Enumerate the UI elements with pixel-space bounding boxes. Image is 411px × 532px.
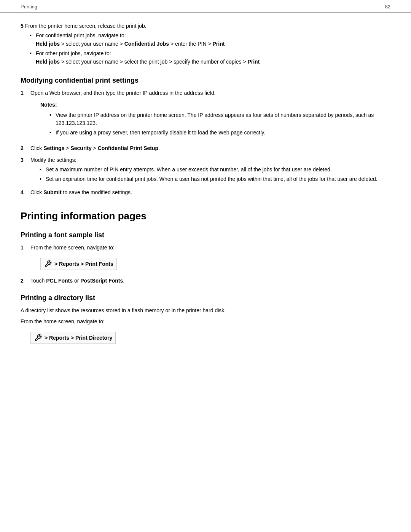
font-icon-path-bold: Reports > Print Fonts bbox=[59, 261, 113, 267]
note-2-text: If you are using a proxy server, then te… bbox=[56, 129, 265, 136]
modifying-bullet-1: Set a maximum number of PIN entry attemp… bbox=[40, 166, 390, 174]
font-step-2: 2 Touch PCL Fonts or PostScript Fonts. bbox=[21, 277, 390, 285]
wrench-svg bbox=[44, 260, 52, 268]
modifying-step-3-text: Modify the settings: bbox=[30, 157, 76, 163]
step-5: 5 From the printer home screen, release … bbox=[21, 22, 390, 66]
font-sample-heading: Printing a font sample list bbox=[21, 231, 390, 239]
step-5-bullet-2: For other print jobs, navigate to: Held … bbox=[30, 50, 390, 66]
step-5-number: 5 bbox=[21, 23, 24, 29]
directory-icon-box-wrapper: > Reports > Print Directory bbox=[21, 329, 390, 347]
page-content: 5 From the printer home screen, release … bbox=[0, 22, 411, 347]
note-1: View the printer IP address on the print… bbox=[49, 111, 390, 127]
step-5-bullet-1-path: Held jobs > select your user name > Conf… bbox=[36, 40, 390, 48]
page: Printing 82 5 From the printer home scre… bbox=[0, 0, 411, 532]
step-5-bullet-2-text: For other print jobs, navigate to: bbox=[36, 50, 111, 56]
step-5-bullet-2-path: Held jobs > select your user name > sele… bbox=[36, 58, 390, 66]
font-icon-path-text: > Reports > Print Fonts bbox=[54, 260, 113, 268]
font-icon-box: > Reports > Print Fonts bbox=[40, 258, 117, 270]
modifying-bullet-2: Set an expiration time for confidential … bbox=[40, 175, 390, 183]
wrench-icon-2 bbox=[34, 334, 42, 342]
step-5-bullets: For confidential print jobs, navigate to… bbox=[21, 32, 390, 66]
directory-desc: A directory list shows the resources sto… bbox=[21, 307, 390, 315]
modifying-section-heading: Modifying confidential print settings bbox=[21, 77, 390, 85]
header-page-number: 82 bbox=[385, 4, 390, 10]
font-sample-steps: 1 From the home screen, navigate to: > R… bbox=[21, 244, 390, 285]
notes-label: Notes: bbox=[40, 101, 390, 109]
font-step-1-number: 1 bbox=[21, 244, 28, 273]
modifying-step-4: 4 Click Submit to save the modified sett… bbox=[21, 189, 390, 197]
note-2: If you are using a proxy server, then te… bbox=[49, 129, 390, 137]
page-header: Printing 82 bbox=[0, 0, 411, 13]
font-step-1-text: From the home screen, navigate to: bbox=[30, 244, 115, 251]
modifying-step-2: 2 Click Settings > Security > Confidenti… bbox=[21, 144, 390, 152]
modifying-step-3-number: 3 bbox=[21, 156, 28, 185]
modifying-step-2-text: Click Settings > Security > Confidential… bbox=[30, 145, 160, 151]
modifying-step-2-number: 2 bbox=[21, 144, 28, 152]
modifying-step-1-number: 1 bbox=[21, 89, 28, 141]
held-jobs-text-2: Held jobs > select your user name > sele… bbox=[36, 59, 260, 65]
font-step-1-content: From the home screen, navigate to: > Rep… bbox=[30, 244, 390, 273]
modifying-bullet-1-text: Set a maximum number of PIN entry attemp… bbox=[46, 166, 332, 173]
modifying-step-3-bullets: Set a maximum number of PIN entry attemp… bbox=[30, 166, 390, 183]
modifying-step-1: 1 Open a Web browser, and then type the … bbox=[21, 89, 390, 141]
font-step-2-text: Touch PCL Fonts or PostScript Fonts. bbox=[30, 278, 124, 284]
modifying-step-1-text: Open a Web browser, and then type the pr… bbox=[30, 90, 216, 96]
modifying-step-2-content: Click Settings > Security > Confidential… bbox=[30, 144, 390, 152]
notes-list: View the printer IP address on the print… bbox=[40, 111, 390, 137]
font-icon-box-wrapper: > Reports > Print Fonts bbox=[30, 255, 390, 273]
step-5-bullet-1-text: For confidential print jobs, navigate to… bbox=[36, 32, 126, 38]
modifying-steps: 1 Open a Web browser, and then type the … bbox=[21, 89, 390, 197]
step-5-text: From the printer home screen, release th… bbox=[25, 23, 147, 29]
step-5-bullet-1: For confidential print jobs, navigate to… bbox=[30, 32, 390, 48]
font-step-2-number: 2 bbox=[21, 277, 28, 285]
directory-nav-text: From the home screen, navigate to: bbox=[21, 318, 390, 326]
wrench-icon bbox=[44, 260, 52, 268]
held-jobs-text: Held jobs > select your user name > Conf… bbox=[36, 41, 225, 47]
modifying-step-4-text: Click Submit to save the modified settin… bbox=[30, 189, 132, 195]
directory-icon-box: > Reports > Print Directory bbox=[30, 332, 116, 344]
font-step-1: 1 From the home screen, navigate to: > R… bbox=[21, 244, 390, 273]
font-step-2-content: Touch PCL Fonts or PostScript Fonts. bbox=[30, 277, 390, 285]
note-1-text: View the printer IP address on the print… bbox=[56, 112, 374, 126]
directory-icon-path-bold: Reports > Print Directory bbox=[49, 335, 112, 341]
modifying-step-3: 3 Modify the settings: Set a maximum num… bbox=[21, 156, 390, 185]
modifying-step-3-content: Modify the settings: Set a maximum numbe… bbox=[30, 156, 390, 185]
wrench-svg-2 bbox=[34, 334, 42, 342]
directory-list-heading: Printing a directory list bbox=[21, 294, 390, 302]
notes-block: Notes: View the printer IP address on th… bbox=[40, 101, 390, 137]
modifying-step-1-content: Open a Web browser, and then type the pr… bbox=[30, 89, 390, 141]
modifying-step-4-content: Click Submit to save the modified settin… bbox=[30, 189, 390, 197]
modifying-bullet-2-text: Set an expiration time for confidential … bbox=[46, 176, 378, 182]
header-title: Printing bbox=[21, 4, 37, 10]
directory-icon-path-text: > Reports > Print Directory bbox=[45, 335, 112, 341]
modifying-step-4-number: 4 bbox=[21, 189, 28, 197]
main-section-heading: Printing information pages bbox=[21, 210, 390, 222]
